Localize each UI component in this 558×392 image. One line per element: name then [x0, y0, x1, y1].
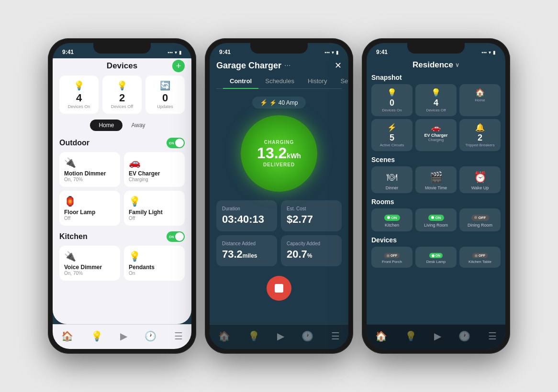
- p3-nav-devices[interactable]: 💡: [405, 330, 417, 342]
- floor-lamp-status: Off: [64, 216, 115, 221]
- snap-active-circuits: ⚡ 5 Active Circuits: [371, 119, 413, 151]
- scenes-grid: 🍽 Dinner 🎬 Movie Time ⏰ Wake Up: [371, 166, 501, 193]
- kitchen-table-toggle: OFF: [472, 253, 488, 258]
- snap-ev-charger: 🚗 EV Charger Charging: [415, 119, 457, 151]
- tab-history[interactable]: History: [301, 75, 334, 88]
- outdoor-devices-grid: 🔌 Motion Dimmer On, 70% 🚗 EV Charger Cha…: [59, 152, 185, 226]
- ev-charger-name: EV Charger: [129, 170, 180, 177]
- nav-menu-icon[interactable]: ☰: [174, 330, 183, 342]
- living-room-dot: [431, 216, 434, 219]
- movie-label: Movie Time: [418, 185, 454, 190]
- devices-off-label: Devices Off: [106, 104, 138, 109]
- pendants-status: On: [129, 271, 180, 276]
- bulb-on-icon: 💡: [63, 80, 95, 91]
- room-living-room[interactable]: ON Living Room: [415, 208, 457, 231]
- voice-dimmer-card[interactable]: 🔌 Voice Dimmer On, 70%: [59, 246, 120, 281]
- more-options-icon[interactable]: ···: [284, 61, 290, 70]
- p2-tab-bar: Control Schedules History Settings: [216, 75, 342, 89]
- battery-icon-2: ▮: [336, 50, 339, 55]
- scene-movie-time[interactable]: 🎬 Movie Time: [415, 166, 457, 193]
- snap-breakers-label: Tripped Breakers: [462, 143, 498, 147]
- pendants-card[interactable]: 💡 Pendants On: [124, 246, 185, 281]
- tab-schedules[interactable]: Schedules: [258, 75, 301, 88]
- devices-on-label: Devices On: [63, 104, 95, 109]
- voice-dimmer-name: Voice Dimmer: [64, 264, 115, 271]
- scene-wake-up[interactable]: ⏰ Wake Up: [459, 166, 501, 193]
- notch-2: [250, 43, 308, 54]
- p3-nav-home[interactable]: 🏠: [375, 330, 387, 342]
- outdoor-title: Outdoor: [59, 139, 89, 147]
- dinner-label: Dinner: [374, 185, 410, 190]
- front-porch-toggle: OFF: [384, 253, 400, 258]
- est-cost-label: Est. Cost: [287, 206, 336, 211]
- p2-nav-home[interactable]: 🏠: [218, 330, 230, 342]
- p3-nav-menu[interactable]: ☰: [488, 330, 497, 342]
- home-mode-button[interactable]: Home: [90, 120, 123, 131]
- snap-circuits-value: 5: [374, 133, 410, 143]
- away-mode-button[interactable]: Away: [123, 120, 154, 131]
- alarm-icon: ⏰: [462, 171, 498, 184]
- dev-kitchen-table[interactable]: OFF Kitchen Table: [459, 247, 501, 268]
- snap-devices-off: 💡 4 Devices Off: [415, 84, 457, 116]
- wifi-icon-3: ▾: [489, 50, 491, 55]
- floor-lamp-card[interactable]: 🏮 Floor Lamp Off: [59, 191, 120, 226]
- pendants-name: Pendants: [129, 264, 180, 271]
- living-room-label: Living Room: [418, 223, 454, 228]
- nav-play-icon[interactable]: ▶: [120, 330, 127, 342]
- floor-lamp-icon: 🏮: [64, 196, 115, 207]
- p2-nav-play[interactable]: ▶: [277, 330, 284, 342]
- est-cost-value: $2.77: [287, 213, 336, 226]
- stat-devices-off: 💡 2 Devices Off: [102, 76, 142, 114]
- updates-icon: 🔄: [149, 80, 181, 91]
- notch-1: [93, 43, 151, 54]
- p2-bottom-nav: 🏠 💡 ▶ 🕐 ☰: [210, 324, 348, 349]
- dinner-icon: 🍽: [374, 171, 410, 184]
- p3-nav-history[interactable]: 🕐: [458, 330, 470, 342]
- residence-chevron[interactable]: ∨: [455, 62, 459, 68]
- bulb-off-icon: 💡: [106, 80, 138, 91]
- close-button[interactable]: ✕: [335, 60, 342, 71]
- dev-desk-lamp[interactable]: ON Desk Lamp: [415, 247, 457, 268]
- stop-charging-button[interactable]: [267, 276, 291, 301]
- charging-display: CHARGING 13.2kWh DELIVERED: [216, 115, 342, 192]
- kitchen-title: Kitchen: [59, 232, 88, 241]
- ev-charger-card[interactable]: 🚗 EV Charger Charging: [124, 152, 185, 187]
- room-kitchen[interactable]: ON Kitchen: [371, 208, 413, 231]
- family-light-card[interactable]: 💡 Family Light Off: [124, 191, 185, 226]
- mode-selector: Home Away: [59, 120, 185, 131]
- duration-stat: Duration 03:40:13: [216, 200, 277, 231]
- dining-room-label: Dining Room: [462, 223, 498, 228]
- p2-nav-history[interactable]: 🕐: [301, 330, 313, 342]
- tab-control[interactable]: Control: [223, 75, 258, 88]
- snap-home-label: Home: [462, 98, 498, 102]
- kitchen-toggle[interactable]: [167, 231, 185, 242]
- floor-lamp-name: Floor Lamp: [64, 209, 115, 216]
- room-dining-room[interactable]: OFF Dining Room: [459, 208, 501, 231]
- battery-icon: ▮: [179, 50, 182, 55]
- add-device-button[interactable]: +: [172, 60, 185, 72]
- p3-bottom-nav: 🏠 💡 ▶ 🕐 ☰: [367, 324, 505, 349]
- kitchen-room-label: Kitchen: [374, 223, 410, 228]
- p2-nav-devices[interactable]: 💡: [248, 330, 260, 342]
- duration-label: Duration: [222, 206, 271, 211]
- capacity-stat: Capacity Added 20.7%: [281, 235, 342, 266]
- motion-dimmer-card[interactable]: 🔌 Motion Dimmer On, 70%: [59, 152, 120, 187]
- snap-devices-off-value: 4: [418, 98, 454, 108]
- status-time-1: 9:41: [62, 49, 74, 55]
- p3-nav-play[interactable]: ▶: [434, 330, 441, 342]
- outdoor-toggle[interactable]: [167, 138, 185, 148]
- devices-on-count: 4: [63, 92, 95, 104]
- scene-dinner[interactable]: 🍽 Dinner: [371, 166, 413, 193]
- amp-badge: ⚡ ⚡ 40 Amp: [216, 97, 342, 109]
- p2-nav-menu[interactable]: ☰: [331, 330, 340, 342]
- nav-history-icon[interactable]: 🕐: [145, 330, 156, 342]
- snap-devices-off-label: Devices Off: [418, 108, 454, 112]
- stat-updates: 🔄 0 Updates: [145, 76, 185, 114]
- tab-settings[interactable]: Settings: [334, 75, 348, 88]
- stop-button-wrap: [216, 271, 342, 305]
- dev-front-porch[interactable]: OFF Front Porch: [371, 247, 413, 268]
- movie-icon: 🎬: [418, 171, 454, 184]
- nav-home-icon[interactable]: 🏠: [61, 330, 73, 342]
- nav-devices-icon[interactable]: 💡: [91, 330, 103, 342]
- stop-icon: [275, 284, 283, 293]
